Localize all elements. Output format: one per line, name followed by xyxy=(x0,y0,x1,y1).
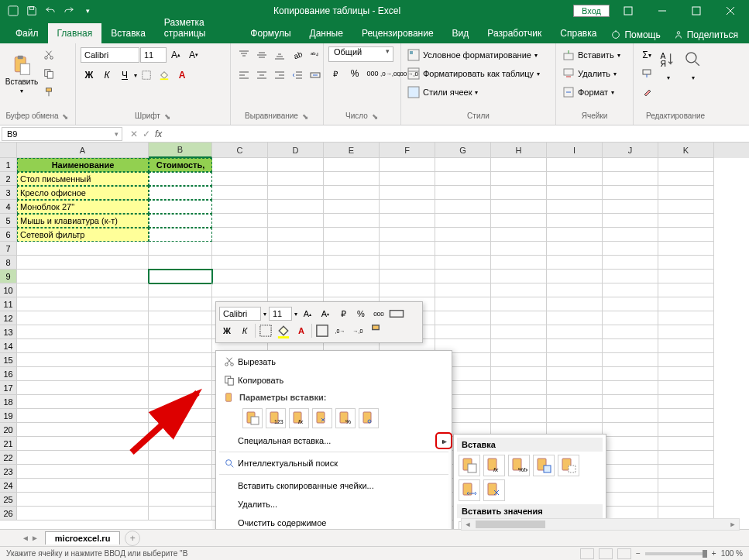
cell[interactable] xyxy=(268,256,324,270)
paste-opt-link[interactable] xyxy=(359,408,379,428)
comma-icon[interactable]: 000 xyxy=(371,306,387,321)
align-top-icon[interactable] xyxy=(235,46,253,64)
col-header-g[interactable]: G xyxy=(435,143,491,158)
cell-styles[interactable]: Стили ячеек▾ xyxy=(406,84,541,101)
cell[interactable] xyxy=(603,186,658,200)
tell-me[interactable]: Помощь xyxy=(606,26,665,43)
borders-icon[interactable] xyxy=(314,323,330,338)
underline-icon[interactable]: Ч xyxy=(116,67,133,84)
tab-view[interactable]: Вид xyxy=(443,23,479,43)
sort-filter-icon[interactable]: AЯ xyxy=(657,46,680,73)
cell[interactable] xyxy=(435,214,491,228)
decrease-decimal-icon[interactable]: →,0 xyxy=(350,323,366,338)
number-format-combo[interactable]: Общий xyxy=(328,46,393,62)
col-header-a[interactable]: A xyxy=(17,143,149,158)
tab-file[interactable]: Файл xyxy=(6,23,48,43)
cell[interactable]: Мышь и клавиатура (к-т) xyxy=(17,214,149,228)
cell[interactable] xyxy=(603,479,658,493)
cell[interactable] xyxy=(547,381,603,395)
cell[interactable] xyxy=(435,256,491,270)
dialog-launcher-icon[interactable]: ⬊ xyxy=(61,112,69,120)
col-header-j[interactable]: J xyxy=(603,143,658,158)
cell[interactable] xyxy=(380,270,435,283)
cell[interactable] xyxy=(547,409,603,423)
cell[interactable] xyxy=(212,186,268,200)
tab-help[interactable]: Справка xyxy=(551,23,606,43)
increase-decimal-icon[interactable]: ,0→ xyxy=(332,323,348,338)
cell[interactable] xyxy=(324,228,380,242)
cell[interactable] xyxy=(324,158,380,172)
cell-a1[interactable]: Наименование xyxy=(17,158,149,172)
cell[interactable] xyxy=(603,367,658,381)
cell[interactable] xyxy=(149,423,212,437)
cell[interactable] xyxy=(603,339,658,353)
dialog-launcher-icon[interactable]: ⬊ xyxy=(371,112,379,120)
cell-b1[interactable]: Стоимость, xyxy=(149,158,212,172)
row-header[interactable]: 23 xyxy=(0,465,17,479)
cell[interactable] xyxy=(435,172,491,186)
cell-b9-selected[interactable] xyxy=(149,270,212,283)
cell[interactable] xyxy=(17,451,149,465)
cell[interactable] xyxy=(603,256,658,270)
normal-view-icon[interactable] xyxy=(580,548,594,559)
cell[interactable] xyxy=(380,172,435,186)
cell[interactable] xyxy=(603,297,658,311)
align-right-icon[interactable] xyxy=(271,67,288,84)
cell[interactable] xyxy=(603,437,658,451)
tab-layout[interactable]: Разметка страницы xyxy=(155,12,242,43)
cell[interactable] xyxy=(547,339,603,353)
maximize-button[interactable] xyxy=(681,0,712,22)
cut-icon[interactable] xyxy=(40,46,57,64)
cell[interactable] xyxy=(491,395,547,409)
cell[interactable] xyxy=(17,256,149,270)
cell[interactable] xyxy=(212,158,268,172)
cell[interactable] xyxy=(603,451,658,465)
cell[interactable] xyxy=(658,367,714,381)
cell[interactable] xyxy=(380,200,435,214)
cell[interactable] xyxy=(547,283,603,297)
cell[interactable] xyxy=(435,325,491,339)
undo-icon[interactable] xyxy=(42,2,59,19)
cell[interactable] xyxy=(491,214,547,228)
row-header[interactable]: 8 xyxy=(0,256,17,270)
cell[interactable] xyxy=(603,353,658,367)
row-header[interactable]: 21 xyxy=(0,437,17,451)
cell[interactable] xyxy=(149,256,212,270)
cell[interactable] xyxy=(547,256,603,270)
cell[interactable] xyxy=(149,451,212,465)
row-header[interactable]: 16 xyxy=(0,367,17,381)
cell[interactable] xyxy=(547,214,603,228)
cell[interactable] xyxy=(603,214,658,228)
cell[interactable] xyxy=(17,381,149,395)
mini-size-combo[interactable] xyxy=(269,307,292,321)
cell[interactable] xyxy=(149,437,212,451)
cell[interactable] xyxy=(17,297,149,311)
row-header[interactable]: 14 xyxy=(0,339,17,353)
cell[interactable] xyxy=(658,409,714,423)
cell[interactable] xyxy=(268,214,324,228)
italic-icon[interactable]: К xyxy=(237,323,253,338)
cell[interactable] xyxy=(658,325,714,339)
cell[interactable] xyxy=(324,283,380,297)
format-painter-icon[interactable] xyxy=(40,84,57,101)
paste-transpose[interactable] xyxy=(483,479,505,501)
cell[interactable] xyxy=(324,256,380,270)
add-sheet-button[interactable]: + xyxy=(125,531,140,546)
cell[interactable] xyxy=(547,228,603,242)
ribbon-display-icon[interactable] xyxy=(613,0,644,22)
cell[interactable] xyxy=(212,283,268,297)
sheet-tab[interactable]: microexcel.ru xyxy=(45,531,121,545)
decrease-font-icon[interactable]: A▾ xyxy=(185,46,202,64)
cell[interactable] xyxy=(17,242,149,256)
row-header[interactable]: 4 xyxy=(0,200,17,214)
cell[interactable] xyxy=(149,311,212,325)
col-header-f[interactable]: F xyxy=(380,143,435,158)
cell[interactable] xyxy=(435,297,491,311)
merge-icon[interactable] xyxy=(389,306,404,321)
bold-icon[interactable]: Ж xyxy=(219,323,235,338)
cell[interactable] xyxy=(491,158,547,172)
close-button[interactable] xyxy=(715,0,746,22)
cell[interactable] xyxy=(149,493,212,507)
merge-icon[interactable] xyxy=(307,67,324,84)
cell[interactable] xyxy=(149,465,212,479)
